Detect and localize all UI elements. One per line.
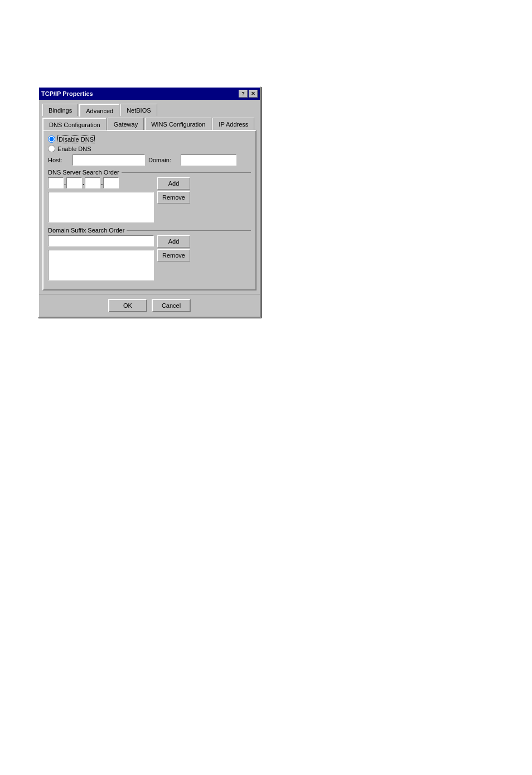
suffix-remove-button[interactable]: Remove bbox=[157, 249, 190, 261]
domain-suffix-section: Domain Suffix Search Order Add Rem bbox=[48, 227, 251, 280]
bottom-buttons-row: OK Cancel bbox=[39, 294, 260, 317]
ip-input-group: . . . bbox=[48, 177, 119, 188]
domain-suffix-label: Domain Suffix Search Order bbox=[48, 227, 251, 234]
ip-octet-2[interactable] bbox=[66, 177, 82, 188]
tab-advanced[interactable]: Advanced bbox=[79, 104, 119, 117]
ok-button[interactable]: OK bbox=[108, 299, 147, 312]
tab-bindings[interactable]: Bindings bbox=[42, 104, 78, 116]
suffix-buttons: Add Remove bbox=[157, 235, 190, 280]
help-button[interactable]: ? bbox=[239, 90, 248, 98]
ip-dot-2: . bbox=[83, 180, 84, 186]
tab-wins-configuration[interactable]: WINS Configuration bbox=[145, 118, 211, 130]
tab-content: Disable DNS Enable DNS Host: Domain: DNS… bbox=[42, 130, 257, 290]
suffix-input[interactable] bbox=[48, 235, 154, 246]
dns-server-left: . . . bbox=[48, 177, 154, 222]
tcp-ip-properties-dialog: TCP/IP Properties ? ✕ Bindings Advanced … bbox=[38, 86, 261, 318]
domain-label: Domain: bbox=[148, 157, 177, 163]
host-domain-row: Host: Domain: bbox=[48, 154, 251, 166]
suffix-left bbox=[48, 235, 154, 280]
dns-server-controls: . . . Add Remove bbox=[48, 177, 251, 222]
ip-dot-3: . bbox=[101, 180, 103, 186]
title-bar: TCP/IP Properties ? ✕ bbox=[39, 88, 260, 100]
enable-dns-label: Enable DNS bbox=[57, 146, 91, 152]
title-bar-buttons: ? ✕ bbox=[239, 90, 258, 98]
dns-server-list[interactable] bbox=[48, 192, 154, 222]
ip-octet-3[interactable] bbox=[85, 177, 100, 188]
tab-netbios[interactable]: NetBIOS bbox=[120, 104, 157, 116]
close-button[interactable]: ✕ bbox=[249, 90, 258, 98]
dns-server-section: DNS Server Search Order . . bbox=[48, 169, 251, 222]
host-input[interactable] bbox=[72, 154, 145, 166]
dns-server-label: DNS Server Search Order bbox=[48, 169, 251, 176]
window-title: TCP/IP Properties bbox=[41, 90, 93, 97]
disable-dns-row: Disable DNS bbox=[48, 135, 251, 143]
domain-input[interactable] bbox=[181, 154, 236, 166]
enable-dns-radio[interactable] bbox=[48, 145, 55, 152]
disable-dns-radio[interactable] bbox=[48, 135, 55, 143]
dns-server-buttons: Add Remove bbox=[157, 177, 190, 222]
dns-section-line bbox=[122, 172, 251, 173]
dns-remove-button[interactable]: Remove bbox=[157, 191, 190, 204]
tabs-row-2: DNS Configuration Gateway WINS Configura… bbox=[42, 117, 257, 130]
suffix-entry-row bbox=[48, 235, 154, 246]
tabs-row-1: Bindings Advanced NetBIOS bbox=[42, 103, 257, 116]
tab-ip-address[interactable]: IP Address bbox=[212, 118, 254, 130]
cancel-button[interactable]: Cancel bbox=[152, 299, 191, 312]
tab-gateway[interactable]: Gateway bbox=[108, 118, 144, 130]
host-label: Host: bbox=[48, 157, 69, 163]
ip-octet-4[interactable] bbox=[103, 177, 119, 188]
dns-add-button[interactable]: Add bbox=[157, 177, 190, 190]
dialog-content: Bindings Advanced NetBIOS DNS Configurat… bbox=[39, 100, 260, 294]
ip-octet-1[interactable] bbox=[48, 177, 64, 188]
suffix-list[interactable] bbox=[48, 250, 154, 280]
suffix-controls: Add Remove bbox=[48, 235, 251, 280]
enable-dns-row: Enable DNS bbox=[48, 145, 251, 152]
dns-ip-entry-row: . . . bbox=[48, 177, 154, 188]
disable-dns-label: Disable DNS bbox=[57, 136, 95, 143]
suffix-section-line bbox=[127, 230, 251, 231]
ip-dot-1: . bbox=[64, 180, 66, 186]
tab-dns-configuration[interactable]: DNS Configuration bbox=[42, 118, 107, 130]
suffix-add-button[interactable]: Add bbox=[157, 235, 190, 248]
